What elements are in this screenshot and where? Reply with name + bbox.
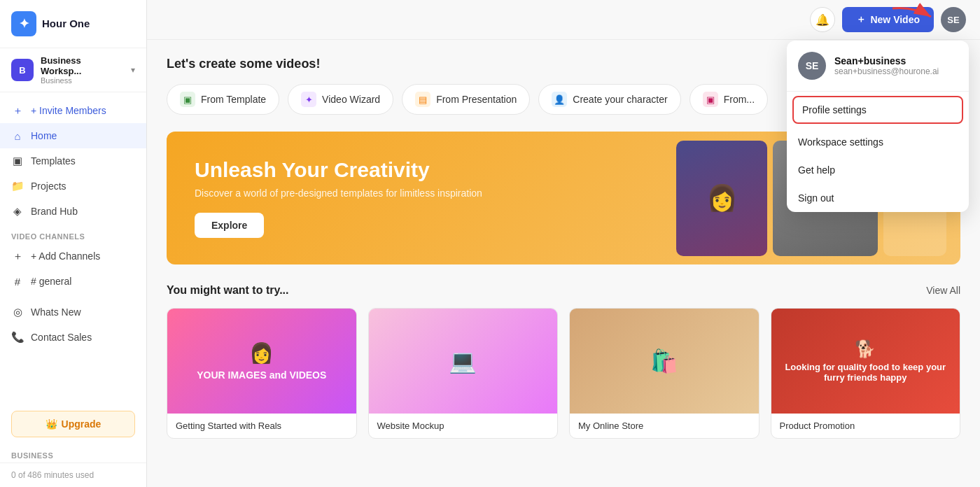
- business-section-label: BUSINESS: [0, 443, 146, 463]
- banner-text: Unleash Your Creativity Discover a world…: [195, 158, 482, 238]
- more-icon: ▣: [703, 92, 718, 107]
- get-help-item[interactable]: Get help: [787, 156, 969, 184]
- template-icon: ▣: [180, 92, 195, 107]
- workspace-name: Business Worksp...: [41, 55, 124, 76]
- video-wizard-button[interactable]: ✦ Video Wizard: [288, 84, 393, 115]
- explore-button[interactable]: Explore: [195, 213, 264, 238]
- logo-icon: ✦: [11, 11, 36, 36]
- template-card-product-promotion[interactable]: 🐕 Looking for quality food to keep your …: [771, 308, 961, 439]
- card-label-getting-started: Getting Started with Reals: [167, 414, 356, 438]
- sign-out-item[interactable]: Sign out: [787, 184, 969, 212]
- card-image-online-store: 🛍️: [570, 309, 759, 414]
- try-section-header: You might want to try... View All: [167, 284, 960, 297]
- upgrade-button[interactable]: 👑 Upgrade: [11, 411, 135, 437]
- contact-sales-label: Contact Sales: [31, 332, 92, 343]
- sidebar-item-general[interactable]: # # general: [0, 269, 146, 294]
- card-image-website-mockup: 💻: [369, 309, 558, 414]
- dropdown-user-section: SE Sean+business sean+business@hourone.a…: [787, 41, 969, 92]
- workspace-settings-item[interactable]: Workspace settings: [787, 128, 969, 156]
- invite-members-label: + Invite Members: [31, 105, 106, 116]
- sidebar: ✦ Hour One B Business Worksp... Business…: [0, 0, 147, 487]
- topbar: 🔔 ＋ New Video SE SE Sean+business: [147, 0, 980, 40]
- hashtag-icon: #: [11, 275, 24, 288]
- user-dropdown-menu: SE Sean+business sean+business@hourone.a…: [787, 41, 969, 212]
- channels-section-label: VIDEO CHANNELS: [0, 224, 146, 244]
- dropdown-items: Profile settings Workspace settings Get …: [787, 96, 969, 212]
- banner-title: Unleash Your Creativity: [195, 158, 482, 182]
- create-character-label: Create your character: [573, 94, 667, 105]
- add-channels-label: + Add Channels: [31, 250, 100, 262]
- card-label-product-promotion: Product Promotion: [771, 414, 960, 438]
- sidebar-item-templates[interactable]: ▣ Templates: [0, 148, 146, 174]
- sidebar-item-contact-sales[interactable]: 📞 Contact Sales: [0, 325, 146, 350]
- from-template-button[interactable]: ▣ From Template: [167, 84, 279, 115]
- sidebar-nav: ＋ + Invite Members ⌂ Home ▣ Templates 📁 …: [0, 92, 146, 405]
- sidebar-add-channels[interactable]: ＋ + Add Channels: [0, 244, 146, 269]
- card-label-website-mockup: Website Mockup: [369, 414, 558, 438]
- invite-members-button[interactable]: ＋ + Invite Members: [0, 98, 146, 123]
- chevron-down-icon: ▾: [131, 65, 135, 75]
- from-presentation-label: From Presentation: [436, 94, 517, 105]
- template-card-website-mockup[interactable]: 💻 Website Mockup: [368, 308, 559, 439]
- sidebar-brand-hub-label: Brand Hub: [31, 206, 78, 217]
- plus-icon: ＋: [11, 104, 24, 117]
- new-video-label: New Video: [870, 14, 920, 25]
- workspace-type: Business: [41, 76, 124, 85]
- sidebar-item-brand-hub[interactable]: ◈ Brand Hub: [0, 199, 146, 224]
- user-avatar-button[interactable]: SE: [941, 7, 966, 32]
- app-name: Hour One: [42, 17, 90, 30]
- banner-subtitle: Discover a world of pre-designed templat…: [195, 188, 482, 199]
- minutes-used: 0 of 486 minutes used: [0, 463, 146, 487]
- sidebar-item-projects[interactable]: 📁 Projects: [0, 174, 146, 199]
- projects-icon: 📁: [11, 180, 24, 192]
- character-icon: 👤: [552, 92, 567, 107]
- presentation-icon: ▤: [415, 92, 430, 107]
- add-channels-icon: ＋: [11, 250, 24, 262]
- card-image-getting-started: 👩 YOUR IMAGES and VIDEOS: [167, 309, 356, 414]
- wizard-icon: ✦: [301, 92, 316, 107]
- sidebar-projects-label: Projects: [31, 181, 66, 192]
- new-video-button[interactable]: ＋ New Video: [842, 7, 934, 32]
- from-presentation-button[interactable]: ▤ From Presentation: [402, 84, 530, 115]
- crown-icon: 👑: [46, 418, 57, 430]
- sidebar-home-label: Home: [31, 130, 57, 141]
- dropdown-username: Sean+business: [834, 55, 939, 66]
- plus-icon: ＋: [856, 13, 866, 26]
- sidebar-item-home[interactable]: ⌂ Home: [0, 123, 146, 148]
- contact-sales-icon: 📞: [11, 331, 24, 344]
- whats-new-icon: ◎: [11, 306, 24, 318]
- from-more-button[interactable]: ▣ From...: [690, 84, 768, 115]
- template-cards-grid: 👩 YOUR IMAGES and VIDEOS Getting Started…: [167, 308, 960, 439]
- card-image-product-promotion: 🐕 Looking for quality food to keep your …: [771, 309, 960, 414]
- from-template-label: From Template: [201, 94, 266, 105]
- brand-hub-icon: ◈: [11, 205, 24, 218]
- general-label: # general: [31, 276, 71, 287]
- app-logo: ✦ Hour One: [0, 0, 146, 48]
- workspace-avatar: B: [11, 59, 34, 81]
- main-content: 🔔 ＋ New Video SE SE Sean+business: [147, 0, 980, 487]
- video-wizard-label: Video Wizard: [322, 94, 380, 105]
- card-label-online-store: My Online Store: [570, 414, 759, 438]
- workspace-selector[interactable]: B Business Worksp... Business ▾: [0, 48, 146, 92]
- upgrade-label: Upgrade: [62, 418, 102, 430]
- sidebar-item-whats-new[interactable]: ◎ Whats New: [0, 299, 146, 325]
- view-all-link[interactable]: View All: [926, 285, 960, 296]
- sidebar-templates-label: Templates: [31, 155, 76, 167]
- template-card-online-store[interactable]: 🛍️ My Online Store: [569, 308, 760, 439]
- profile-settings-item[interactable]: Profile settings: [792, 96, 963, 124]
- dropdown-user-info: Sean+business sean+business@hourone.ai: [834, 55, 939, 76]
- home-icon: ⌂: [11, 129, 24, 142]
- workspace-info: Business Worksp... Business: [41, 55, 124, 85]
- try-section-title: You might want to try...: [167, 284, 289, 297]
- templates-icon: ▣: [11, 155, 24, 167]
- from-more-label: From...: [724, 94, 755, 105]
- notifications-button[interactable]: 🔔: [810, 7, 835, 32]
- create-character-button[interactable]: 👤 Create your character: [538, 84, 680, 115]
- whats-new-label: Whats New: [31, 306, 81, 318]
- dropdown-avatar: SE: [798, 52, 826, 80]
- template-card-getting-started[interactable]: 👩 YOUR IMAGES and VIDEOS Getting Started…: [167, 308, 357, 439]
- dropdown-email: sean+business@hourone.ai: [834, 66, 939, 76]
